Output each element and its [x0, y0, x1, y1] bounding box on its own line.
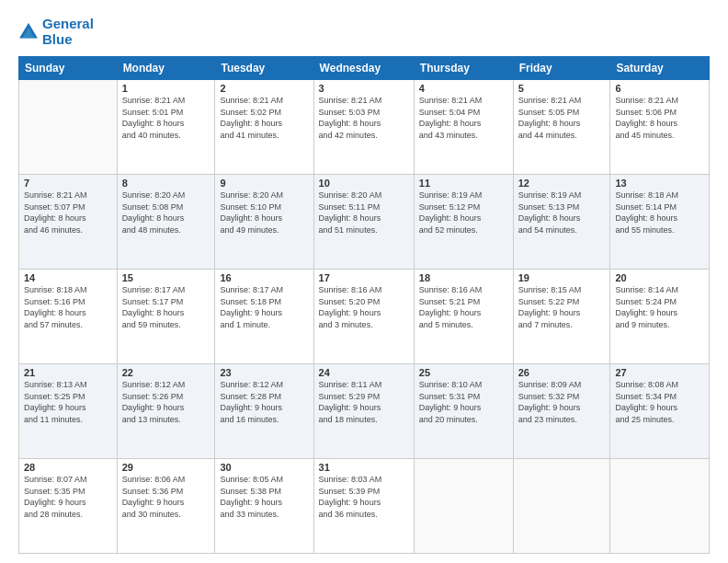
day-number: 25 [419, 367, 508, 378]
logo: General Blue [18, 17, 94, 47]
week-row-1: 1Sunrise: 8:21 AMSunset: 5:01 PMDaylight… [19, 80, 710, 175]
calendar-cell: 27Sunrise: 8:08 AMSunset: 5:34 PMDayligh… [610, 364, 710, 459]
day-number: 3 [319, 83, 409, 94]
day-info: Sunrise: 8:14 AMSunset: 5:24 PMDaylight:… [615, 284, 704, 330]
day-number: 12 [518, 178, 606, 189]
logo-text: General Blue [42, 17, 94, 47]
day-number: 10 [319, 178, 409, 189]
calendar-cell: 9Sunrise: 8:20 AMSunset: 5:10 PMDaylight… [215, 175, 313, 270]
day-number: 18 [419, 272, 508, 283]
week-row-3: 14Sunrise: 8:18 AMSunset: 5:16 PMDayligh… [19, 270, 710, 364]
day-number: 8 [122, 178, 210, 189]
day-number: 13 [615, 178, 704, 189]
calendar-cell: 18Sunrise: 8:16 AMSunset: 5:21 PMDayligh… [414, 270, 513, 364]
calendar-cell: 10Sunrise: 8:20 AMSunset: 5:11 PMDayligh… [313, 175, 414, 270]
day-number: 16 [220, 272, 308, 283]
weekday-header-thursday: Thursday [414, 57, 513, 80]
day-number: 19 [518, 272, 606, 283]
day-info: Sunrise: 8:07 AMSunset: 5:35 PMDaylight:… [24, 474, 112, 520]
day-info: Sunrise: 8:19 AMSunset: 5:13 PMDaylight:… [518, 190, 606, 236]
day-info: Sunrise: 8:15 AMSunset: 5:22 PMDaylight:… [518, 284, 606, 330]
day-info: Sunrise: 8:21 AMSunset: 5:06 PMDaylight:… [615, 95, 704, 141]
day-number: 1 [122, 83, 210, 94]
calendar-cell: 11Sunrise: 8:19 AMSunset: 5:12 PMDayligh… [414, 175, 513, 270]
day-info: Sunrise: 8:06 AMSunset: 5:36 PMDaylight:… [122, 474, 210, 520]
week-row-4: 21Sunrise: 8:13 AMSunset: 5:25 PMDayligh… [19, 364, 710, 459]
day-number: 2 [220, 83, 308, 94]
day-info: Sunrise: 8:21 AMSunset: 5:05 PMDaylight:… [518, 95, 606, 141]
calendar-cell: 4Sunrise: 8:21 AMSunset: 5:04 PMDaylight… [414, 80, 513, 175]
day-info: Sunrise: 8:03 AMSunset: 5:39 PMDaylight:… [319, 474, 409, 520]
day-info: Sunrise: 8:16 AMSunset: 5:20 PMDaylight:… [319, 284, 409, 330]
day-info: Sunrise: 8:21 AMSunset: 5:03 PMDaylight:… [319, 95, 409, 141]
day-number: 27 [615, 367, 704, 378]
calendar-cell [19, 80, 118, 175]
day-info: Sunrise: 8:08 AMSunset: 5:34 PMDaylight:… [615, 379, 704, 425]
calendar-cell: 6Sunrise: 8:21 AMSunset: 5:06 PMDaylight… [610, 80, 710, 175]
weekday-header-tuesday: Tuesday [215, 57, 313, 80]
calendar-cell: 15Sunrise: 8:17 AMSunset: 5:17 PMDayligh… [117, 270, 215, 364]
calendar-cell: 2Sunrise: 8:21 AMSunset: 5:02 PMDaylight… [215, 80, 313, 175]
calendar-cell: 7Sunrise: 8:21 AMSunset: 5:07 PMDaylight… [19, 175, 118, 270]
weekday-header-friday: Friday [513, 57, 610, 80]
calendar-cell: 22Sunrise: 8:12 AMSunset: 5:26 PMDayligh… [117, 364, 215, 459]
calendar-cell: 26Sunrise: 8:09 AMSunset: 5:32 PMDayligh… [513, 364, 610, 459]
day-info: Sunrise: 8:13 AMSunset: 5:25 PMDaylight:… [24, 379, 112, 425]
logo-icon [18, 22, 39, 42]
day-info: Sunrise: 8:17 AMSunset: 5:17 PMDaylight:… [122, 284, 210, 330]
calendar-cell: 17Sunrise: 8:16 AMSunset: 5:20 PMDayligh… [313, 270, 414, 364]
calendar-cell: 25Sunrise: 8:10 AMSunset: 5:31 PMDayligh… [414, 364, 513, 459]
weekday-header-sunday: Sunday [19, 57, 118, 80]
day-info: Sunrise: 8:11 AMSunset: 5:29 PMDaylight:… [319, 379, 409, 425]
calendar-cell: 30Sunrise: 8:05 AMSunset: 5:38 PMDayligh… [215, 459, 313, 554]
page: General Blue SundayMondayTuesdayWednesda… [0, 0, 728, 563]
calendar-cell [610, 459, 710, 554]
day-info: Sunrise: 8:12 AMSunset: 5:26 PMDaylight:… [122, 379, 210, 425]
day-info: Sunrise: 8:21 AMSunset: 5:04 PMDaylight:… [419, 95, 508, 141]
calendar-cell: 1Sunrise: 8:21 AMSunset: 5:01 PMDaylight… [117, 80, 215, 175]
day-number: 31 [319, 462, 409, 473]
day-info: Sunrise: 8:18 AMSunset: 5:14 PMDaylight:… [615, 190, 704, 236]
calendar-cell: 3Sunrise: 8:21 AMSunset: 5:03 PMDaylight… [313, 80, 414, 175]
calendar-cell: 19Sunrise: 8:15 AMSunset: 5:22 PMDayligh… [513, 270, 610, 364]
calendar-cell: 8Sunrise: 8:20 AMSunset: 5:08 PMDaylight… [117, 175, 215, 270]
calendar-cell: 14Sunrise: 8:18 AMSunset: 5:16 PMDayligh… [19, 270, 118, 364]
day-number: 26 [518, 367, 606, 378]
week-row-5: 28Sunrise: 8:07 AMSunset: 5:35 PMDayligh… [19, 459, 710, 554]
calendar-cell: 12Sunrise: 8:19 AMSunset: 5:13 PMDayligh… [513, 175, 610, 270]
day-info: Sunrise: 8:16 AMSunset: 5:21 PMDaylight:… [419, 284, 508, 330]
day-number: 5 [518, 83, 606, 94]
weekday-header-wednesday: Wednesday [313, 57, 414, 80]
day-number: 22 [122, 367, 210, 378]
day-number: 14 [24, 272, 112, 283]
day-info: Sunrise: 8:05 AMSunset: 5:38 PMDaylight:… [220, 474, 308, 520]
calendar-cell: 13Sunrise: 8:18 AMSunset: 5:14 PMDayligh… [610, 175, 710, 270]
day-number: 28 [24, 462, 112, 473]
day-info: Sunrise: 8:21 AMSunset: 5:07 PMDaylight:… [24, 190, 112, 236]
calendar-cell: 16Sunrise: 8:17 AMSunset: 5:18 PMDayligh… [215, 270, 313, 364]
calendar-cell: 24Sunrise: 8:11 AMSunset: 5:29 PMDayligh… [313, 364, 414, 459]
weekday-header-row: SundayMondayTuesdayWednesdayThursdayFrid… [19, 57, 710, 80]
day-info: Sunrise: 8:20 AMSunset: 5:11 PMDaylight:… [319, 190, 409, 236]
calendar-cell: 29Sunrise: 8:06 AMSunset: 5:36 PMDayligh… [117, 459, 215, 554]
calendar-cell: 21Sunrise: 8:13 AMSunset: 5:25 PMDayligh… [19, 364, 118, 459]
header: General Blue [18, 17, 710, 47]
day-info: Sunrise: 8:12 AMSunset: 5:28 PMDaylight:… [220, 379, 308, 425]
day-number: 23 [220, 367, 308, 378]
day-number: 6 [615, 83, 704, 94]
week-row-2: 7Sunrise: 8:21 AMSunset: 5:07 PMDaylight… [19, 175, 710, 270]
day-info: Sunrise: 8:19 AMSunset: 5:12 PMDaylight:… [419, 190, 508, 236]
calendar-cell: 23Sunrise: 8:12 AMSunset: 5:28 PMDayligh… [215, 364, 313, 459]
calendar-cell: 28Sunrise: 8:07 AMSunset: 5:35 PMDayligh… [19, 459, 118, 554]
day-info: Sunrise: 8:21 AMSunset: 5:02 PMDaylight:… [220, 95, 308, 141]
calendar-cell: 31Sunrise: 8:03 AMSunset: 5:39 PMDayligh… [313, 459, 414, 554]
day-number: 7 [24, 178, 112, 189]
day-number: 11 [419, 178, 508, 189]
weekday-header-saturday: Saturday [610, 57, 710, 80]
calendar-cell: 20Sunrise: 8:14 AMSunset: 5:24 PMDayligh… [610, 270, 710, 364]
calendar-cell [414, 459, 513, 554]
day-info: Sunrise: 8:09 AMSunset: 5:32 PMDaylight:… [518, 379, 606, 425]
calendar-table: SundayMondayTuesdayWednesdayThursdayFrid… [18, 56, 710, 554]
day-number: 17 [319, 272, 409, 283]
day-info: Sunrise: 8:18 AMSunset: 5:16 PMDaylight:… [24, 284, 112, 330]
